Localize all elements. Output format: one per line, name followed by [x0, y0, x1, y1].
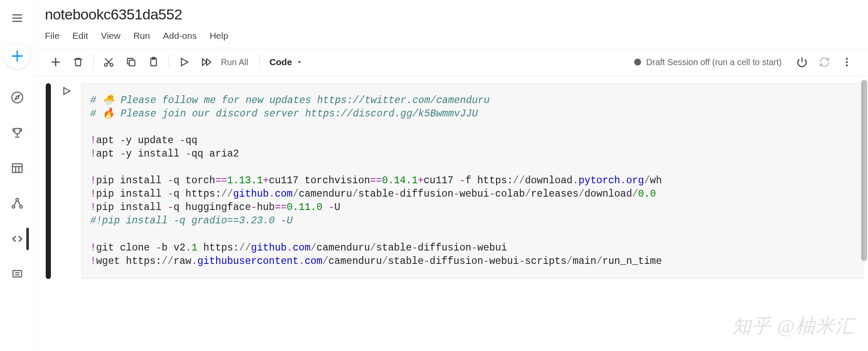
- run-cell-gutter-button[interactable]: [61, 83, 81, 279]
- menu-help[interactable]: Help: [210, 31, 228, 41]
- cell-type-label: Code: [269, 57, 292, 67]
- svg-point-36: [846, 61, 848, 63]
- hamburger-menu-button[interactable]: [7, 8, 28, 28]
- menu-run[interactable]: Run: [133, 31, 150, 41]
- svg-marker-31: [202, 59, 207, 65]
- cell-type-dropdown[interactable]: Code: [269, 57, 302, 67]
- paste-button[interactable]: [143, 53, 164, 72]
- svg-point-24: [110, 63, 113, 66]
- svg-rect-27: [129, 60, 135, 66]
- svg-point-5: [12, 92, 22, 103]
- create-new-button[interactable]: [4, 43, 30, 69]
- menu-file[interactable]: File: [45, 31, 60, 41]
- left-sidebar: [0, 0, 35, 351]
- main-area: notebookc6351da552 File Edit View Run Ad…: [35, 0, 868, 351]
- svg-point-13: [16, 198, 18, 201]
- refresh-button[interactable]: [814, 53, 835, 72]
- compass-icon[interactable]: [7, 87, 28, 108]
- discussions-icon[interactable]: [7, 264, 28, 285]
- notebook-title[interactable]: notebookc6351da552: [45, 6, 858, 23]
- scrollbar-thumb[interactable]: [861, 80, 867, 261]
- separator: [169, 55, 169, 69]
- svg-rect-18: [13, 270, 22, 277]
- session-status-text: Draft Session off (run a cell to start): [646, 57, 782, 67]
- status-dot-icon: [634, 59, 641, 66]
- code-icon[interactable]: [7, 229, 28, 249]
- session-status[interactable]: Draft Session off (run a cell to start): [634, 57, 782, 67]
- svg-rect-9: [12, 164, 22, 172]
- header: notebookc6351da552 File Edit View Run Ad…: [35, 0, 868, 48]
- svg-marker-38: [64, 88, 70, 94]
- svg-point-23: [104, 63, 107, 66]
- run-all-button[interactable]: Run All: [221, 57, 248, 67]
- chevron-down-icon: [296, 59, 302, 65]
- separator: [93, 55, 94, 69]
- active-indicator: [26, 228, 29, 250]
- menu-edit[interactable]: Edit: [72, 31, 88, 41]
- power-button[interactable]: [791, 53, 813, 72]
- svg-marker-33: [298, 61, 301, 63]
- svg-point-35: [846, 58, 848, 60]
- svg-line-17: [18, 201, 20, 206]
- more-options-button[interactable]: [836, 53, 858, 72]
- menu-addons[interactable]: Add-ons: [163, 31, 197, 41]
- code-cell[interactable]: # 🐣 Please follow me for new updates htt…: [81, 83, 864, 279]
- menubar: File Edit View Run Add-ons Help: [45, 23, 858, 48]
- run-cell-button[interactable]: [173, 53, 195, 72]
- svg-marker-6: [15, 95, 19, 100]
- svg-point-37: [846, 64, 848, 66]
- copy-button[interactable]: [120, 53, 142, 72]
- svg-line-16: [14, 201, 16, 206]
- data-icon[interactable]: [7, 158, 28, 179]
- separator: [259, 55, 260, 69]
- svg-marker-30: [182, 58, 188, 66]
- delete-cell-button[interactable]: [67, 53, 89, 72]
- fast-forward-button[interactable]: [196, 53, 217, 72]
- code-cell-wrap: # 🐣 Please follow me for new updates htt…: [35, 76, 868, 279]
- editor-scroll-area[interactable]: # 🐣 Please follow me for new updates htt…: [35, 76, 868, 351]
- cell-active-indicator: [46, 83, 51, 279]
- models-icon[interactable]: [7, 193, 28, 214]
- menu-view[interactable]: View: [101, 31, 120, 41]
- cut-button[interactable]: [98, 53, 120, 72]
- trophy-icon[interactable]: [7, 122, 28, 143]
- toolbar: Run All Code Draft Session off (run a ce…: [35, 48, 868, 76]
- add-cell-button[interactable]: [45, 53, 66, 72]
